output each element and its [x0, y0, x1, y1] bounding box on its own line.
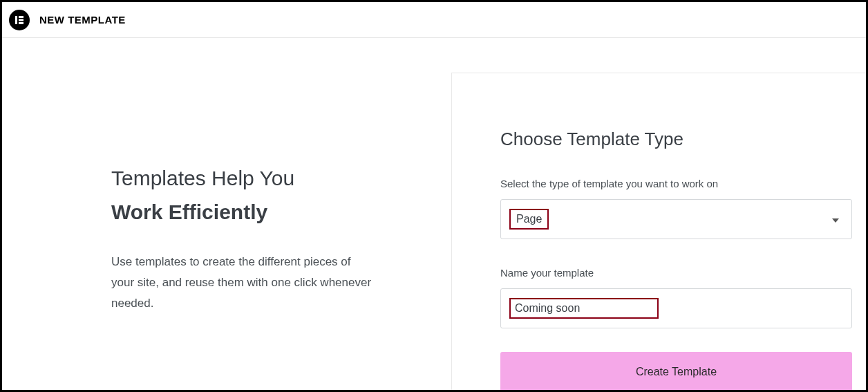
- svg-rect-0: [15, 16, 17, 24]
- caret-down-icon: [832, 213, 839, 225]
- form-title: Choose Template Type: [500, 129, 852, 150]
- template-type-value: Page: [509, 209, 549, 230]
- info-heading-line2: Work Efficiently: [111, 194, 410, 231]
- modal-content: Templates Help You Work Efficiently Use …: [2, 38, 866, 390]
- info-panel: Templates Help You Work Efficiently Use …: [2, 38, 451, 390]
- template-type-select[interactable]: Page: [500, 199, 852, 239]
- template-name-label: Name your template: [500, 267, 852, 279]
- create-template-button[interactable]: Create Template: [500, 352, 852, 392]
- modal-title: NEW TEMPLATE: [39, 14, 126, 26]
- svg-rect-2: [19, 19, 23, 21]
- info-heading-line1: Templates Help You: [111, 162, 410, 194]
- info-description: Use templates to create the different pi…: [111, 252, 374, 313]
- template-type-label: Select the type of template you want to …: [500, 178, 852, 189]
- modal-header: NEW TEMPLATE: [2, 2, 866, 38]
- form-panel: Choose Template Type Select the type of …: [451, 73, 866, 390]
- elementor-logo-icon: [9, 10, 30, 30]
- svg-rect-3: [19, 22, 23, 24]
- svg-rect-1: [19, 16, 23, 18]
- template-name-input[interactable]: [509, 298, 659, 319]
- template-name-input-wrapper: [500, 288, 852, 328]
